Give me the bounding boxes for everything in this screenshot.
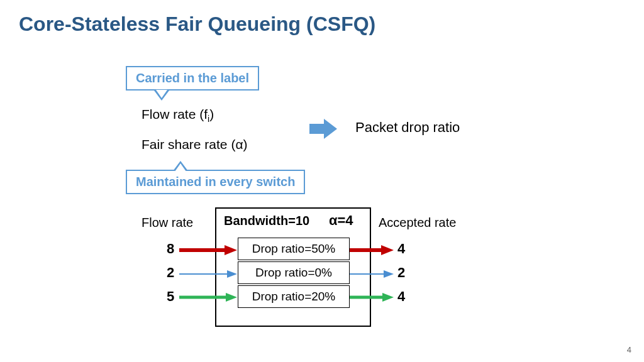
drop-ratio-cell: Drop ratio=50% [238,238,350,260]
fair-share-param: Fair share rate (α) [142,137,248,152]
bandwidth-label: Bandwidth=10 [224,214,309,228]
arrow-right-icon [308,116,340,144]
svg-marker-8 [384,270,394,278]
svg-marker-0 [309,119,337,139]
svg-marker-10 [226,293,237,302]
accepted-rate-value: 4 [397,288,405,305]
callout-carried-in-label: Carried in the label [126,66,259,90]
accepted-rate-value: 2 [397,265,405,281]
accepted-rate-header: Accepted rate [379,216,456,230]
drop-ratio-cell: Drop ratio=0% [238,261,350,284]
page-number: 4 [627,345,631,354]
arrow-in-icon [179,270,237,283]
arrow-in-icon [179,245,237,260]
svg-marker-2 [225,245,237,255]
arrow-out-icon [350,245,394,260]
packet-drop-ratio-label: Packet drop ratio [355,119,460,136]
slide-title: Core-Stateless Fair Queueing (CSFQ) [19,13,375,36]
svg-marker-12 [382,293,394,302]
text: ) [209,107,214,121]
arrow-out-icon [350,270,394,283]
callout-tail-icon [154,90,169,101]
drop-ratio-cell: Drop ratio=20% [238,285,350,308]
flow-rate-value: 8 [167,241,174,257]
text: Flow rate (f [142,107,208,121]
svg-marker-6 [227,270,237,278]
arrow-out-icon [350,293,394,307]
accepted-rate-value: 4 [397,241,405,257]
alpha-label: α=4 [329,212,353,229]
arrow-in-icon [179,293,237,307]
flow-rate-param: Flow rate (fi) [142,107,214,124]
flow-rate-header: Flow rate [142,216,193,230]
flow-rate-value: 5 [167,288,174,305]
callout-tail-icon [173,161,188,171]
callout-maintained-in-switch: Maintained in every switch [126,170,305,194]
svg-marker-4 [381,245,394,255]
flow-rate-value: 2 [167,265,174,281]
